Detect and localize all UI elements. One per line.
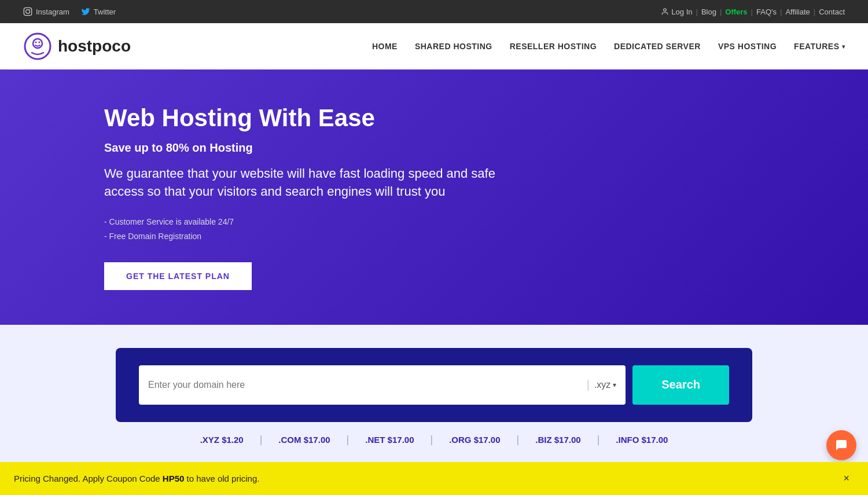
cta-button[interactable]: GET THE LATEST PLAN bbox=[104, 262, 252, 290]
logo[interactable]: hostpoco bbox=[23, 32, 131, 61]
domain-section: | .xyz ▾ Search .XYZ $1.20 | .COM $17.00… bbox=[0, 325, 868, 469]
domain-extension-text: .xyz bbox=[594, 380, 610, 390]
domain-extension-selector[interactable]: .xyz ▾ bbox=[594, 380, 616, 390]
twitter-icon bbox=[81, 7, 90, 16]
sep5: | bbox=[814, 8, 815, 16]
twitter-link[interactable]: Twitter bbox=[81, 7, 116, 16]
domain-input[interactable] bbox=[148, 380, 582, 390]
top-bar: Instagram Twitter Log In | Blog | Offers… bbox=[0, 0, 868, 23]
svg-point-6 bbox=[35, 42, 37, 43]
domain-price-info: .INFO $17.00 bbox=[599, 435, 684, 445]
nav-dedicated-server[interactable]: DEDICATED SERVER bbox=[614, 42, 701, 51]
sep2: | bbox=[720, 8, 722, 16]
domain-price-biz: .BIZ $17.00 bbox=[519, 435, 597, 445]
instagram-label: Instagram bbox=[36, 8, 69, 16]
contact-link[interactable]: Contact bbox=[819, 8, 845, 16]
domain-ext-chevron-icon: ▾ bbox=[613, 381, 616, 389]
domain-search-button[interactable]: Search bbox=[632, 365, 729, 405]
hero-content: Web Hosting With Ease Save up to 80% on … bbox=[104, 104, 532, 290]
chat-button[interactable] bbox=[826, 430, 856, 460]
login-label: Log In bbox=[671, 8, 692, 16]
coupon-suffix: to have old pricing. bbox=[184, 474, 259, 483]
domain-input-separator: | bbox=[587, 378, 590, 391]
svg-point-2 bbox=[30, 9, 30, 10]
svg-point-7 bbox=[39, 42, 41, 43]
domain-box: | .xyz ▾ Search bbox=[116, 348, 752, 422]
social-links: Instagram Twitter bbox=[23, 7, 116, 16]
sep3: | bbox=[751, 8, 753, 16]
sep1: | bbox=[696, 8, 698, 16]
coupon-banner: Pricing Changed. Apply Coupon Code HP50 … bbox=[0, 462, 868, 495]
top-nav-links: Log In | Blog | Offers | FAQ's | Affilia… bbox=[661, 8, 845, 16]
instagram-icon bbox=[23, 7, 32, 16]
nav-features[interactable]: FEATURES ▾ bbox=[794, 42, 845, 51]
hero-title: Web Hosting With Ease bbox=[104, 104, 532, 132]
blog-link[interactable]: Blog bbox=[701, 8, 716, 16]
logo-text: hostpoco bbox=[58, 37, 131, 56]
instagram-link[interactable]: Instagram bbox=[23, 7, 69, 16]
coupon-code: HP50 bbox=[163, 474, 185, 483]
svg-point-3 bbox=[664, 9, 667, 12]
coupon-text: Pricing Changed. Apply Coupon Code HP50 … bbox=[14, 474, 838, 483]
hero-save-text: Save up to 80% on Hosting bbox=[104, 141, 532, 155]
navbar: hostpoco HOME SHARED HOSTING RESELLER HO… bbox=[0, 23, 868, 69]
affiliate-link[interactable]: Affiliate bbox=[785, 8, 810, 16]
svg-point-5 bbox=[33, 39, 42, 48]
nav-home[interactable]: HOME bbox=[372, 42, 398, 51]
hero-description: We guarantee that your website will have… bbox=[104, 165, 532, 201]
logo-icon bbox=[23, 32, 52, 61]
faqs-link[interactable]: FAQ's bbox=[756, 8, 777, 16]
nav-shared-hosting[interactable]: SHARED HOSTING bbox=[415, 42, 492, 51]
domain-input-row: | .xyz ▾ Search bbox=[139, 365, 729, 405]
sep4: | bbox=[780, 8, 782, 16]
offers-link[interactable]: Offers bbox=[725, 8, 747, 16]
domain-prices-row: .XYZ $1.20 | .COM $17.00 | .NET $17.00 |… bbox=[184, 422, 685, 446]
coupon-close-button[interactable]: × bbox=[838, 470, 854, 487]
domain-price-xyz: .XYZ $1.20 bbox=[184, 435, 260, 445]
nav-reseller-hosting[interactable]: RESELLER HOSTING bbox=[510, 42, 597, 51]
login-link[interactable]: Log In bbox=[661, 8, 692, 16]
domain-price-net: .NET $17.00 bbox=[349, 435, 430, 445]
hero-feature-1: - Customer Service is available 24/7 bbox=[104, 215, 532, 229]
user-icon bbox=[661, 8, 669, 16]
domain-price-org: .ORG $17.00 bbox=[433, 435, 516, 445]
domain-input-wrapper: | .xyz ▾ bbox=[139, 365, 626, 405]
hero-section: Web Hosting With Ease Save up to 80% on … bbox=[0, 69, 868, 325]
features-chevron-icon: ▾ bbox=[842, 43, 845, 50]
domain-price-com: .COM $17.00 bbox=[262, 435, 346, 445]
chat-icon bbox=[834, 438, 848, 452]
svg-point-1 bbox=[26, 10, 30, 14]
svg-rect-0 bbox=[24, 8, 31, 15]
coupon-prefix: Pricing Changed. Apply Coupon Code bbox=[14, 474, 163, 483]
nav-links: HOME SHARED HOSTING RESELLER HOSTING DED… bbox=[372, 42, 845, 51]
twitter-label: Twitter bbox=[94, 8, 116, 16]
nav-vps-hosting[interactable]: VPS HOSTING bbox=[718, 42, 777, 51]
hero-feature-2: - Free Domain Registration bbox=[104, 229, 532, 244]
hero-features: - Customer Service is available 24/7 - F… bbox=[104, 215, 532, 244]
